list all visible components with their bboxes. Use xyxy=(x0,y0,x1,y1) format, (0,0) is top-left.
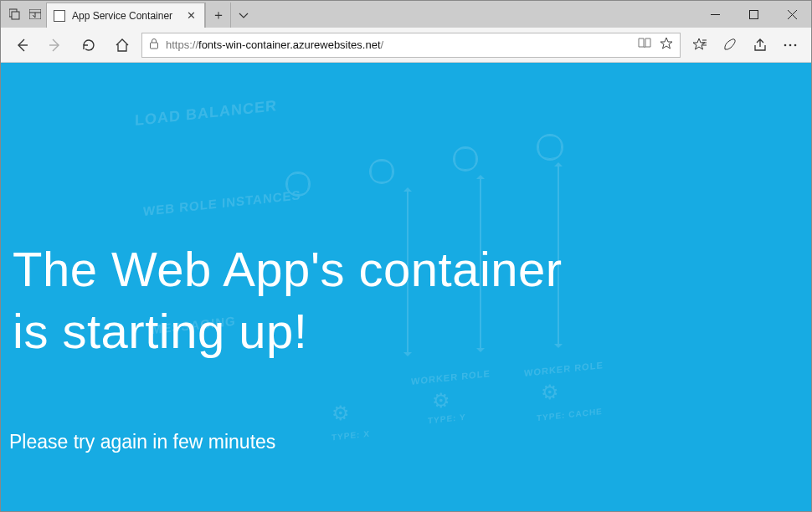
globe-icon xyxy=(537,134,563,161)
settings-more-icon[interactable] xyxy=(776,31,804,59)
globe-icon xyxy=(285,172,311,197)
favorite-star-icon[interactable] xyxy=(660,37,673,53)
page-headline: The Web App's container is starting up! xyxy=(13,238,563,362)
home-button[interactable] xyxy=(108,31,136,59)
tab-title: App Service Container xyxy=(72,10,172,22)
show-tabs-icon[interactable] xyxy=(29,8,41,20)
url-path: / xyxy=(381,38,384,51)
close-window-button[interactable] xyxy=(773,1,811,28)
new-tab-button[interactable]: ＋ xyxy=(205,3,230,28)
bg-label-worker1: WORKER ROLE xyxy=(411,368,491,387)
bg-label-type-x: TYPE: X xyxy=(331,429,370,443)
share-icon[interactable] xyxy=(746,31,774,59)
headline-line-1: The Web App's container xyxy=(13,238,563,300)
refresh-button[interactable] xyxy=(75,31,103,59)
url-text: https://fonts-win-container.azurewebsite… xyxy=(166,38,383,51)
gear-icon: ⚙ xyxy=(432,389,452,409)
reading-view-icon[interactable] xyxy=(638,37,651,53)
maximize-button[interactable] xyxy=(734,1,773,28)
page-content: LOAD BALANCER WEB ROLE INSTANCES MESSAGI… xyxy=(1,63,811,511)
minimize-button[interactable] xyxy=(696,1,734,28)
gear-icon: ⚙ xyxy=(331,402,352,422)
set-aside-tabs-icon[interactable] xyxy=(9,8,21,20)
svg-rect-5 xyxy=(749,10,758,18)
bg-label-type-y: TYPE: Y xyxy=(428,412,466,426)
back-button[interactable] xyxy=(8,31,36,59)
address-bar[interactable]: https://fonts-win-container.azurewebsite… xyxy=(141,33,681,58)
tab-actions-button[interactable] xyxy=(230,3,255,28)
globe-icon xyxy=(369,159,394,184)
svg-point-16 xyxy=(794,44,797,46)
browser-toolbar: https://fonts-win-container.azurewebsite… xyxy=(1,28,811,63)
favorites-list-icon[interactable] xyxy=(686,31,714,59)
lock-icon xyxy=(149,38,159,52)
headline-line-2: is starting up! xyxy=(13,300,563,362)
notes-icon[interactable] xyxy=(716,31,744,59)
page-icon xyxy=(54,10,65,22)
close-tab-icon[interactable]: ✕ xyxy=(187,9,196,22)
globe-icon xyxy=(453,146,478,172)
svg-rect-10 xyxy=(151,43,158,49)
bg-label-load-balancer: LOAD BALANCER xyxy=(135,97,277,130)
svg-rect-1 xyxy=(12,12,19,19)
forward-button[interactable] xyxy=(41,31,69,59)
url-scheme: https:// xyxy=(166,38,198,51)
bg-label-cache: TYPE: CACHE xyxy=(537,407,603,422)
gear-icon: ⚙ xyxy=(541,381,561,401)
svg-point-15 xyxy=(789,44,792,46)
url-host: fonts-win-container.azurewebsites.net xyxy=(198,38,381,51)
browser-tab[interactable]: App Service Container ✕ xyxy=(46,3,205,28)
window-titlebar: App Service Container ✕ ＋ xyxy=(1,1,811,28)
bg-label-web-role: WEB ROLE INSTANCES xyxy=(143,188,301,218)
svg-point-14 xyxy=(784,44,787,46)
page-subline: Please try again in few minutes xyxy=(9,431,275,453)
